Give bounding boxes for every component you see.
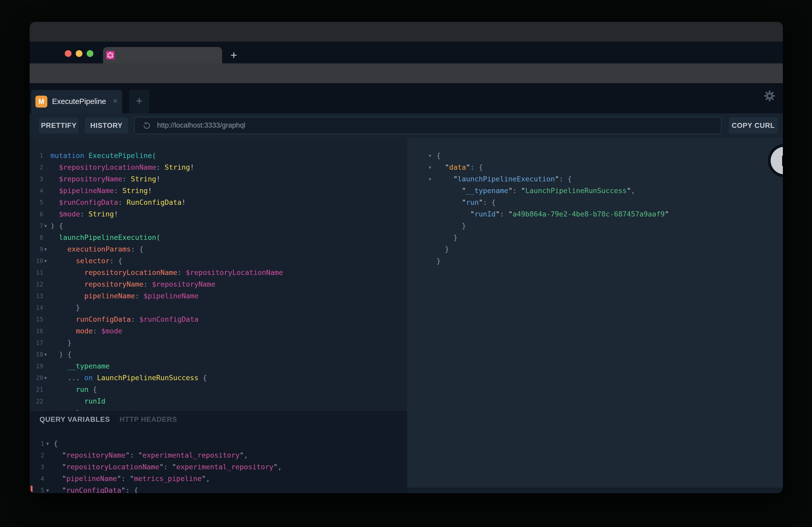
code-text: "data": { <box>436 161 483 173</box>
code-text: repositoryLocationName: $repositoryLocat… <box>50 267 283 278</box>
playground-toolbar: PRETTIFY HISTORY http://localhost:3333/g… <box>30 113 783 138</box>
browser-tab[interactable]: Playground - http://localhost:3 × <box>103 47 222 63</box>
code-text: ) { <box>50 220 63 231</box>
fold-arrow-icon[interactable]: ▾ <box>429 173 431 185</box>
fold-arrow-icon[interactable]: ▾ <box>46 484 49 493</box>
line-number: 16 <box>30 325 43 337</box>
line-number: 5 <box>30 484 44 493</box>
response-pane: ▾{▾ "data": {▾ "launchPipelineExecution"… <box>407 138 783 487</box>
query-editor[interactable]: 1mutation ExecutePipeline(2 $repositoryL… <box>30 138 407 411</box>
tracing-bar[interactable]: TRACING <box>407 487 783 493</box>
history-button[interactable]: HISTORY <box>85 118 128 134</box>
line-number: 5 <box>30 196 43 208</box>
code-text: "__typename": "LaunchPipelineRunSuccess"… <box>436 185 635 196</box>
line-number: 19 <box>30 360 43 372</box>
line-number: 20 <box>30 372 43 384</box>
playground-tab-executepipeline[interactable]: M ExecutePipeline × <box>31 90 122 113</box>
code-line: 4 $pipelineName: String! <box>30 185 407 196</box>
playground-tab-bar: M ExecutePipeline × + <box>30 83 783 113</box>
code-line: 7▾) { <box>30 220 407 231</box>
code-text: ) { <box>50 348 72 360</box>
response-viewer: ▾{▾ "data": {▾ "launchPipelineExecution"… <box>407 138 783 487</box>
code-text: __typename <box>50 360 110 372</box>
code-text: repositoryName: $repositoryName <box>50 278 215 290</box>
code-line: } <box>407 243 783 255</box>
fold-arrow-icon[interactable]: ▾ <box>44 243 47 255</box>
fold-arrow-icon[interactable]: ▾ <box>44 348 47 360</box>
playground-tab-title: ExecutePipeline <box>52 97 106 106</box>
code-line: "__typename": "LaunchPipelineRunSuccess"… <box>407 185 783 196</box>
line-number: 3 <box>30 461 44 473</box>
new-tab-button[interactable]: + <box>230 49 237 61</box>
traffic-light-minimize[interactable] <box>76 50 83 57</box>
code-text: } <box>436 243 449 255</box>
browser-window: Playground - http://localhost:3 × + ← → <box>30 22 783 493</box>
code-text: executionParams: { <box>50 243 144 255</box>
endpoint-url-text: http://localhost:3333/graphql <box>157 121 245 130</box>
settings-gear-icon[interactable] <box>764 90 775 103</box>
code-line: 5 $runConfigData: RunConfigData! <box>30 196 407 208</box>
code-line: 15 runConfigData: $runConfigData <box>30 313 407 325</box>
screenshot-stage: Playground - http://localhost:3 × + ← → <box>0 0 812 527</box>
code-line: 22 runId <box>30 395 407 407</box>
fold-arrow-icon[interactable]: ▾ <box>44 255 47 267</box>
code-line: 17 } <box>30 337 407 348</box>
code-text: } <box>50 302 80 313</box>
traffic-light-close[interactable] <box>65 50 72 57</box>
code-line: ▾ "launchPipelineExecution": { <box>407 173 783 185</box>
code-line: 23 } <box>30 407 407 411</box>
code-line: 6 $mode: String! <box>30 208 407 220</box>
playground-tab-close-icon[interactable]: × <box>113 96 118 106</box>
code-line: 14 } <box>30 302 407 313</box>
mutation-badge: M <box>35 96 47 108</box>
code-line: 4 "pipelineName": "metrics_pipeline", <box>30 473 407 484</box>
playground-new-tab-button[interactable]: + <box>129 90 149 113</box>
endpoint-input[interactable]: http://localhost:3333/graphql <box>134 117 722 134</box>
code-line: 12 repositoryName: $repositoryName <box>30 278 407 290</box>
code-line: 21 run { <box>30 383 407 395</box>
code-text: "launchPipelineExecution": { <box>436 173 572 185</box>
code-text: } <box>50 407 80 411</box>
code-text: selector: { <box>50 255 122 267</box>
code-text: $runConfigData: RunConfigData! <box>50 196 186 208</box>
fold-arrow-icon[interactable]: ▾ <box>44 372 47 384</box>
code-line: } <box>407 220 783 231</box>
line-number: 15 <box>30 313 43 325</box>
code-text: launchPipelineExecution( <box>50 231 160 243</box>
fold-arrow-icon[interactable]: ▾ <box>46 438 49 450</box>
line-number: 8 <box>30 231 43 243</box>
variables-editor[interactable]: 1▾{2 "repositoryName": "experimental_rep… <box>30 411 407 493</box>
code-text: $repositoryLocationName: String! <box>50 161 194 173</box>
code-line: 1mutation ExecutePipeline( <box>30 150 407 161</box>
copy-curl-button[interactable]: COPY CURL <box>729 118 778 134</box>
prettify-button[interactable]: PRETTIFY <box>39 118 78 134</box>
code-line: 10▾ selector: { <box>30 255 407 267</box>
code-line: 11 repositoryLocationName: $repositoryLo… <box>30 267 407 278</box>
code-text: } <box>436 255 440 267</box>
line-number: 12 <box>30 278 43 290</box>
code-text: mutation ExecutePipeline( <box>50 150 156 161</box>
variables-panel: QUERY VARIABLES HTTP HEADERS 1▾{2 "repos… <box>30 411 407 493</box>
traffic-light-zoom[interactable] <box>87 50 93 57</box>
code-text: "runConfigData": { <box>54 484 138 493</box>
fold-arrow-icon[interactable]: ▾ <box>429 161 431 173</box>
fold-arrow-icon[interactable]: ▾ <box>429 150 431 162</box>
code-line: 16 mode: $mode <box>30 325 407 337</box>
line-number: 4 <box>30 473 44 485</box>
play-icon <box>771 147 783 175</box>
code-line: 20▾ ... on LaunchPipelineRunSuccess { <box>30 372 407 383</box>
line-number: 10 <box>30 255 43 267</box>
code-text: run { <box>50 383 97 395</box>
code-text: $mode: String! <box>50 208 118 220</box>
fold-arrow-icon[interactable]: ▾ <box>44 220 47 232</box>
code-text: "pipelineName": "metrics_pipeline", <box>54 473 210 484</box>
code-text: "runId": "a49b864a-79e2-4be8-b78c-687457… <box>436 208 669 220</box>
line-number: 7 <box>30 220 43 232</box>
history-undo-icon[interactable] <box>143 121 151 131</box>
code-text: mode: $mode <box>50 325 122 337</box>
browser-tab-strip: Playground - http://localhost:3 × + <box>30 22 783 42</box>
line-number: 21 <box>30 383 43 395</box>
code-text: $repositoryName: String! <box>50 173 160 185</box>
code-line: 9▾ executionParams: { <box>30 243 407 255</box>
code-line: ▾ "data": { <box>407 161 783 173</box>
